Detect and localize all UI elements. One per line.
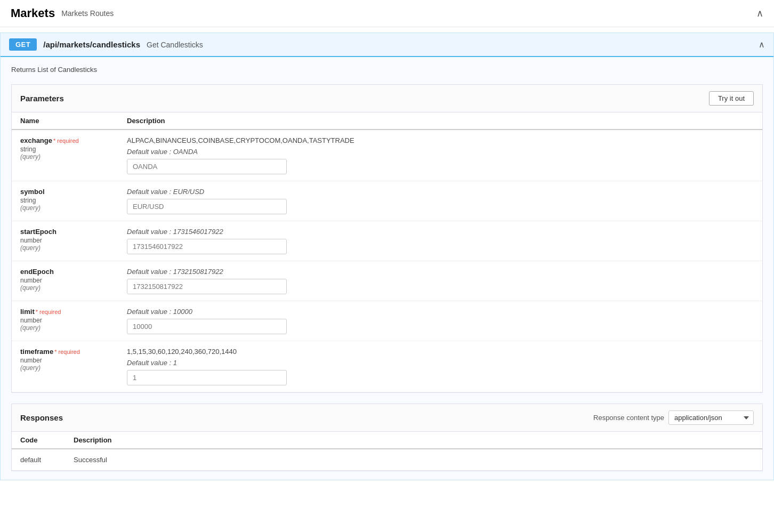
- param-default: Default value : OANDA: [127, 148, 754, 156]
- param-location: (query): [20, 364, 127, 372]
- endpoint-body: Returns List of Candlesticks Parameters …: [1, 57, 773, 480]
- param-row: exchange * requiredstring(query)ALPACA,B…: [12, 130, 762, 181]
- param-default: Default value : 1732150817922: [127, 268, 754, 276]
- endpoint-path: /api/markets/candlesticks: [43, 40, 140, 49]
- param-desc-col: Default value : 1732150817922: [127, 268, 754, 294]
- param-type: number: [20, 277, 127, 284]
- endpoint-header-left: GET /api/markets/candlesticks Get Candle…: [9, 38, 203, 51]
- param-name-text: endEpoch: [20, 268, 54, 276]
- param-desc-col: ALPACA,BINANCEUS,COINBASE,CRYPTOCOM,OAND…: [127, 136, 754, 174]
- param-name-row: limit * required: [20, 308, 127, 316]
- param-desc-col: Default value : 10000: [127, 308, 754, 334]
- param-name-row: symbol: [20, 188, 127, 196]
- col-description-header2: Description: [74, 436, 754, 444]
- param-row: startEpochnumber(query)Default value : 1…: [12, 221, 762, 261]
- param-required-label: * required: [36, 309, 61, 315]
- responses-table-header: Code Description: [12, 432, 762, 449]
- param-name-text: startEpoch: [20, 228, 57, 236]
- param-name-row: endEpoch: [20, 268, 127, 276]
- param-input[interactable]: [127, 239, 287, 254]
- param-type: string: [20, 146, 127, 153]
- responses-section: Responses Response content type applicat…: [11, 404, 763, 471]
- param-desc-col: 1,5,15,30,60,120,240,360,720,1440Default…: [127, 348, 754, 385]
- param-default: Default value : EUR/USD: [127, 188, 754, 196]
- param-enum: ALPACA,BINANCEUS,COINBASE,CRYPTOCOM,OAND…: [127, 136, 754, 144]
- responses-header: Responses Response content type applicat…: [12, 404, 762, 432]
- param-type: number: [20, 317, 127, 324]
- response-description: Successful: [74, 456, 754, 464]
- response-content-type-label: Response content type: [593, 414, 664, 422]
- param-row: timeframe * requirednumber(query)1,5,15,…: [12, 341, 762, 392]
- endpoint-header[interactable]: GET /api/markets/candlesticks Get Candle…: [1, 33, 773, 57]
- endpoint-collapse-icon[interactable]: ∧: [759, 39, 765, 50]
- param-input[interactable]: [127, 159, 287, 174]
- endpoint-description: Get Candlesticks: [147, 41, 203, 49]
- param-desc-col: Default value : EUR/USD: [127, 188, 754, 214]
- param-row: limit * requirednumber(query)Default val…: [12, 301, 762, 341]
- parameters-title: Parameters: [20, 94, 64, 103]
- param-input[interactable]: [127, 319, 287, 334]
- param-type: number: [20, 357, 127, 364]
- parameters-header: Parameters Try it out: [12, 85, 762, 112]
- param-required-label: * required: [54, 349, 80, 355]
- param-location: (query): [20, 153, 127, 160]
- col-code-header: Code: [20, 436, 74, 444]
- col-name-header: Name: [20, 117, 127, 125]
- param-name-row: exchange * required: [20, 136, 127, 144]
- param-name-col: symbolstring(query): [20, 188, 127, 212]
- param-name-row: startEpoch: [20, 228, 127, 236]
- param-location: (query): [20, 324, 127, 332]
- params-table-header: Name Description: [12, 112, 762, 130]
- response-rows: defaultSuccessful: [12, 449, 762, 471]
- param-type: number: [20, 237, 127, 244]
- response-content-type-wrapper: Response content type application/json: [593, 410, 754, 425]
- param-required-label: * required: [53, 138, 79, 144]
- param-location: (query): [20, 244, 127, 252]
- param-name-col: endEpochnumber(query): [20, 268, 127, 292]
- page-header: Markets Markets Routes ∧: [0, 0, 774, 27]
- header-left: Markets Markets Routes: [11, 6, 114, 20]
- param-name-text: symbol: [20, 188, 45, 196]
- param-input[interactable]: [127, 279, 287, 294]
- page-collapse-icon[interactable]: ∧: [756, 7, 763, 19]
- response-content-type-select[interactable]: application/json: [668, 410, 754, 425]
- param-name-col: exchange * requiredstring(query): [20, 136, 127, 160]
- endpoint-block: GET /api/markets/candlesticks Get Candle…: [0, 33, 774, 480]
- param-name-col: limit * requirednumber(query): [20, 308, 127, 332]
- col-description-header: Description: [127, 117, 754, 125]
- param-name-row: timeframe * required: [20, 348, 127, 356]
- param-name-col: timeframe * requirednumber(query): [20, 348, 127, 372]
- param-input[interactable]: [127, 370, 287, 385]
- param-name-text: timeframe: [20, 348, 53, 356]
- param-input[interactable]: [127, 199, 287, 214]
- param-name-text: limit: [20, 308, 35, 316]
- param-name-col: startEpochnumber(query): [20, 228, 127, 252]
- page-subtitle: Markets Routes: [61, 9, 114, 18]
- page-title: Markets: [11, 6, 55, 20]
- param-default: Default value : 1: [127, 359, 754, 367]
- method-badge: GET: [9, 38, 37, 51]
- param-location: (query): [20, 284, 127, 292]
- param-location: (query): [20, 204, 127, 212]
- response-row: defaultSuccessful: [12, 449, 762, 471]
- param-name-text: exchange: [20, 136, 52, 144]
- returns-text: Returns List of Candlesticks: [11, 66, 763, 74]
- params-rows: exchange * requiredstring(query)ALPACA,B…: [12, 130, 762, 392]
- param-default: Default value : 10000: [127, 308, 754, 316]
- response-code: default: [20, 456, 74, 464]
- param-default: Default value : 1731546017922: [127, 228, 754, 236]
- param-type: string: [20, 197, 127, 204]
- responses-title: Responses: [20, 413, 63, 422]
- parameters-section: Parameters Try it out Name Description e…: [11, 84, 763, 393]
- try-it-out-button[interactable]: Try it out: [709, 91, 754, 106]
- param-enum: 1,5,15,30,60,120,240,360,720,1440: [127, 348, 754, 356]
- param-row: endEpochnumber(query)Default value : 173…: [12, 261, 762, 301]
- param-row: symbolstring(query)Default value : EUR/U…: [12, 181, 762, 221]
- param-desc-col: Default value : 1731546017922: [127, 228, 754, 254]
